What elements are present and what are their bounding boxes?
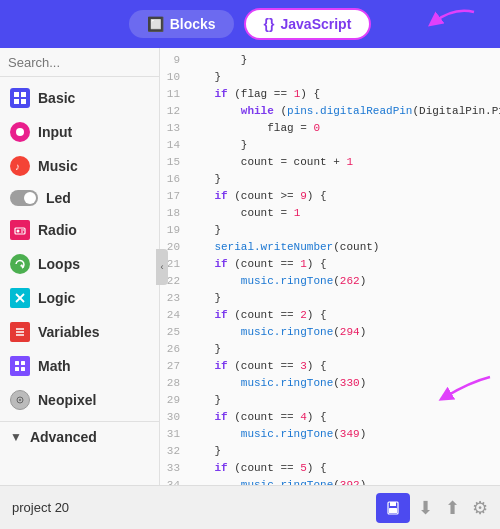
sidebar-item-variables-label: Variables <box>38 324 100 340</box>
sidebar-item-math[interactable]: Math <box>0 349 159 383</box>
svg-text:♪: ♪ <box>15 161 20 172</box>
settings-icon[interactable]: ⚙ <box>472 497 488 519</box>
code-line-25: 25 music.ringTone(294) <box>160 324 500 341</box>
code-line-11: 11 if (flag == 1) { <box>160 86 500 103</box>
svg-rect-4 <box>21 99 26 104</box>
code-line-34: 34 music.ringTone(392) <box>160 477 500 485</box>
svg-rect-3 <box>14 99 19 104</box>
code-line-16: 16 } <box>160 171 500 188</box>
header: 🔲 Blocks {} JavaScript <box>0 0 500 48</box>
tab-javascript[interactable]: {} JavaScript <box>244 8 372 40</box>
code-line-33: 33 if (count == 5) { <box>160 460 500 477</box>
code-line-29: 29 } <box>160 392 500 409</box>
tab-blocks[interactable]: 🔲 Blocks <box>129 10 234 38</box>
sidebar-item-radio-label: Radio <box>38 222 77 238</box>
svg-point-8 <box>17 230 20 233</box>
variables-icon <box>10 322 30 342</box>
search-bar: 🔍 <box>0 48 159 77</box>
sidebar-item-advanced[interactable]: ▼ Advanced <box>0 421 159 452</box>
sidebar-item-neopixel[interactable]: Neopixel <box>0 383 159 417</box>
led-toggle-icon <box>10 190 38 206</box>
svg-rect-18 <box>21 361 25 365</box>
sidebar-item-logic-label: Logic <box>38 290 75 306</box>
code-line-15: 15 count = count + 1 <box>160 154 500 171</box>
code-line-26: 26 } <box>160 341 500 358</box>
bottom-icons: ⬇ ⬆ ⚙ <box>418 497 488 519</box>
basic-icon <box>10 88 30 108</box>
music-icon: ♪ <box>10 156 30 176</box>
svg-rect-2 <box>21 92 26 97</box>
tab-js-label: JavaScript <box>281 16 352 32</box>
svg-rect-25 <box>390 502 396 506</box>
code-line-19: 19 } <box>160 222 500 239</box>
svg-point-22 <box>19 399 21 401</box>
sidebar-item-music[interactable]: ♪ Music <box>0 149 159 183</box>
svg-rect-20 <box>21 367 25 371</box>
sidebar-item-math-label: Math <box>38 358 71 374</box>
blocks-icon: 🔲 <box>147 16 164 32</box>
code-line-9: 9 } <box>160 52 500 69</box>
sidebar-items-list: Basic Input ♪ Music Led <box>0 77 159 485</box>
sidebar-item-loops[interactable]: Loops <box>0 247 159 281</box>
svg-rect-1 <box>14 92 19 97</box>
code-line-31: 31 music.ringTone(349) <box>160 426 500 443</box>
svg-rect-19 <box>15 367 19 371</box>
svg-rect-17 <box>15 361 19 365</box>
neopixel-icon <box>10 390 30 410</box>
code-line-24: 24 if (count == 2) { <box>160 307 500 324</box>
loops-icon <box>10 254 30 274</box>
sidebar-item-radio[interactable]: Radio <box>0 213 159 247</box>
sidebar-collapse-handle[interactable]: ‹ <box>156 249 168 285</box>
js-icon: {} <box>264 16 275 32</box>
radio-icon <box>10 220 30 240</box>
download-icon[interactable]: ⬇ <box>418 497 433 519</box>
save-icon <box>385 500 401 516</box>
code-arrow-annotation <box>430 372 500 412</box>
sidebar-item-basic[interactable]: Basic <box>0 81 159 115</box>
share-icon[interactable]: ⬆ <box>445 497 460 519</box>
code-line-13: 13 flag = 0 <box>160 120 500 137</box>
sidebar-item-input-label: Input <box>38 124 72 140</box>
sidebar-item-led-label: Led <box>46 190 71 206</box>
sidebar-item-neopixel-label: Neopixel <box>38 392 96 408</box>
code-line-17: 17 if (count >= 9) { <box>160 188 500 205</box>
tab-blocks-label: Blocks <box>170 16 216 32</box>
bottom-bar: project 20 ⬇ ⬆ ⚙ <box>0 485 500 529</box>
code-lines: 9 } 10 } 11 if (flag == 1) { 12 while (p… <box>160 52 500 485</box>
code-line-12: 12 while (pins.digitalReadPin(DigitalPin… <box>160 103 500 120</box>
sidebar-item-input[interactable]: Input <box>0 115 159 149</box>
arrow-annotation <box>424 2 484 42</box>
main-content: 🔍 Basic Input ♪ M <box>0 48 500 485</box>
save-button[interactable] <box>376 493 410 523</box>
sidebar-item-basic-label: Basic <box>38 90 75 106</box>
code-line-18: 18 count = 1 <box>160 205 500 222</box>
code-line-10: 10 } <box>160 69 500 86</box>
code-line-14: 14 } <box>160 137 500 154</box>
sidebar-item-advanced-label: Advanced <box>30 429 97 445</box>
code-line-32: 32 } <box>160 443 500 460</box>
code-line-21: 21 if (count == 1) { <box>160 256 500 273</box>
svg-point-5 <box>16 128 24 136</box>
code-line-20: 20 serial.writeNumber(count) <box>160 239 500 256</box>
sidebar-item-music-label: Music <box>38 158 78 174</box>
project-name: project 20 <box>12 500 368 515</box>
logic-icon <box>10 288 30 308</box>
sidebar-item-led[interactable]: Led <box>0 183 159 213</box>
sidebar: 🔍 Basic Input ♪ M <box>0 48 160 485</box>
svg-rect-26 <box>389 508 397 513</box>
chevron-down-icon: ▼ <box>10 430 22 444</box>
code-line-22: 22 music.ringTone(262) <box>160 273 500 290</box>
sidebar-item-loops-label: Loops <box>38 256 80 272</box>
math-icon <box>10 356 30 376</box>
sidebar-item-variables[interactable]: Variables <box>0 315 159 349</box>
code-line-23: 23 } <box>160 290 500 307</box>
search-input[interactable] <box>8 55 160 70</box>
sidebar-item-logic[interactable]: Logic <box>0 281 159 315</box>
input-icon <box>10 122 30 142</box>
code-editor[interactable]: 9 } 10 } 11 if (flag == 1) { 12 while (p… <box>160 48 500 485</box>
